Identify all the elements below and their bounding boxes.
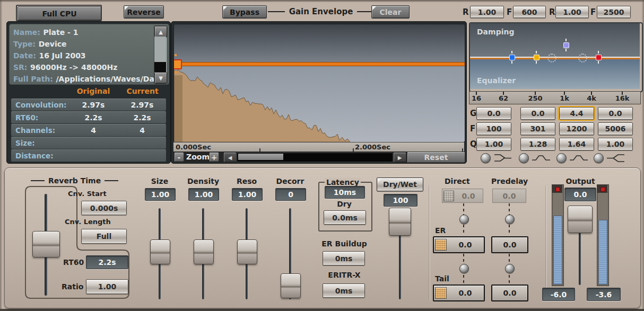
scroll-left-button[interactable]: ◀: [223, 152, 237, 163]
table-row-size: Size:: [11, 137, 166, 149]
band1-type-selector[interactable]: [481, 153, 491, 163]
freq1-value[interactable]: 600: [513, 6, 546, 18]
bypass-button[interactable]: Bypass: [222, 5, 267, 19]
size-fader-handle[interactable]: [150, 239, 170, 264]
eq-band1-handle[interactable]: [509, 55, 515, 60]
scrollbar-thumb[interactable]: [154, 62, 166, 72]
damping-band-handle-1[interactable]: [547, 54, 556, 63]
eq-q-band3[interactable]: 1.64: [559, 138, 594, 150]
output-fader-value[interactable]: 0.0: [564, 188, 596, 201]
reset-button[interactable]: Reset: [407, 152, 465, 163]
direct-mute-button[interactable]: [443, 191, 454, 201]
g4-text: 0.0: [609, 109, 622, 118]
scroll-right-button[interactable]: ▶: [393, 152, 406, 163]
size-label: Size:: [15, 139, 35, 147]
rt60-value[interactable]: 2.2s: [86, 255, 128, 269]
waveform-scrollbar-track[interactable]: [237, 153, 393, 162]
envelope-node-lower[interactable]: [175, 71, 177, 73]
damping-band-handle-2[interactable]: [578, 54, 587, 63]
eq-q-band1[interactable]: 1.00: [476, 138, 511, 150]
er-predelay-box[interactable]: 0.0: [491, 236, 528, 253]
ertrx-value[interactable]: 0ms: [323, 283, 365, 298]
eq-freq-band2[interactable]: 301: [520, 122, 555, 135]
scroll-up-button[interactable]: ▲: [154, 26, 167, 38]
er-gain-row[interactable]: 0.0: [433, 236, 485, 253]
er-tail-node-left[interactable]: [459, 264, 469, 273]
er-tail-node-right[interactable]: [505, 264, 515, 273]
clear-button[interactable]: Clear: [371, 5, 410, 19]
release2-value[interactable]: 1.00: [555, 6, 589, 18]
band3-type-selector[interactable]: [556, 153, 567, 163]
reverse-button[interactable]: Reverse: [124, 5, 164, 19]
direct-predelay-value: 0.0: [493, 192, 526, 200]
decorr-value[interactable]: 0: [275, 188, 306, 201]
er-solo-button[interactable]: [435, 239, 447, 251]
header-dash-left: [268, 11, 285, 12]
eq-freq-band1[interactable]: 100: [476, 122, 511, 135]
dry-wet-button[interactable]: Dry/Wet: [377, 177, 423, 191]
eq-gain-band1[interactable]: 0.0: [476, 107, 511, 120]
density-value[interactable]: 1.00: [188, 188, 219, 201]
gain-envelope-handle[interactable]: [173, 59, 182, 69]
zoom-in-button[interactable]: +: [209, 152, 219, 162]
direct-gain-row[interactable]: 0.0: [442, 189, 483, 203]
tail-predelay-box[interactable]: 0.0: [491, 285, 528, 301]
dry-wet-fader-handle[interactable]: [389, 208, 411, 236]
eq-freq-band3[interactable]: 1200: [559, 122, 594, 135]
g3-text: 4.4: [570, 109, 584, 118]
tail-gain-row[interactable]: 0.0: [433, 285, 485, 301]
band4-tick-top: [598, 51, 599, 54]
ratio-value[interactable]: 1.00: [86, 279, 128, 294]
preset-info-panel: Name: Plate - 1 Type: Device Date: 16 Ju…: [6, 21, 171, 164]
er-buildup-value[interactable]: 0ms: [323, 251, 365, 265]
direct-er-node-left[interactable]: [459, 215, 469, 224]
arrow-up-icon: ▲: [159, 29, 163, 35]
full-cpu-button[interactable]: Full CPU: [18, 6, 101, 21]
latency-value[interactable]: 10ms: [325, 186, 365, 199]
eq-gain-band3-selected[interactable]: 4.4: [559, 107, 594, 120]
output-fader-handle[interactable]: [568, 206, 593, 233]
reverb-time-fader-handle[interactable]: [32, 231, 60, 257]
cnv-start-value[interactable]: 0.000s: [81, 201, 127, 215]
cnv-length-value[interactable]: Full: [81, 229, 127, 244]
density-fader-handle[interactable]: [194, 239, 214, 264]
channels-label: Channels:: [15, 126, 55, 135]
band4-type-selector[interactable]: [594, 153, 604, 163]
envelope-node-upper[interactable]: [175, 54, 177, 56]
dry-latency-value[interactable]: 0.0ms: [324, 210, 366, 225]
scrollbar-track[interactable]: [154, 37, 166, 62]
reso-fader-handle[interactable]: [237, 239, 257, 264]
eq-gain-band2[interactable]: 0.0: [520, 107, 555, 120]
direct-predelay-box[interactable]: 0.0: [492, 189, 526, 203]
dry-wet-value[interactable]: 100: [384, 194, 417, 207]
eq-band2-handle[interactable]: [534, 55, 539, 60]
eq-q-band2[interactable]: 1.28: [520, 138, 555, 150]
size-value[interactable]: 1.00: [145, 188, 176, 201]
info-scrollbar[interactable]: ▲ ▼: [154, 25, 168, 84]
eq-freq-band4[interactable]: 5006: [598, 122, 633, 135]
waveform-scrollbar-thumb[interactable]: [238, 154, 283, 160]
bypass-label: Bypass: [230, 8, 259, 16]
decorr-fader-handle[interactable]: [281, 273, 301, 298]
q2-text: 1.28: [529, 140, 547, 148]
reso-value[interactable]: 1.00: [232, 188, 263, 201]
info-field-date: Date: 16 Jul 2003: [13, 50, 86, 60]
zoom-out-button[interactable]: -: [174, 152, 184, 162]
scroll-down-button[interactable]: ▼: [154, 72, 167, 84]
freq2-value[interactable]: 2500: [597, 6, 631, 18]
release1-value[interactable]: 1.00: [470, 6, 504, 18]
freq-label-16: 16: [471, 94, 482, 102]
ratio-label: Ratio: [62, 282, 83, 291]
tail-solo-button[interactable]: [435, 287, 447, 299]
divider-groove-left: [429, 185, 430, 301]
impulse-response-display[interactable]: [173, 24, 465, 143]
gain-row-label: G: [470, 109, 476, 118]
direct-er-node-right[interactable]: [505, 215, 515, 224]
eq-q-band4[interactable]: 1.00: [598, 138, 633, 150]
damping-eq-graph[interactable]: Damping Equalizer: [469, 22, 643, 92]
eq-gain-band4[interactable]: 0.0: [598, 107, 633, 120]
eq-band4-handle[interactable]: [596, 55, 602, 60]
band2-type-selector[interactable]: [519, 153, 529, 163]
gain-envelope-line[interactable]: [174, 62, 465, 66]
eq-band3-handle[interactable]: [563, 42, 569, 48]
